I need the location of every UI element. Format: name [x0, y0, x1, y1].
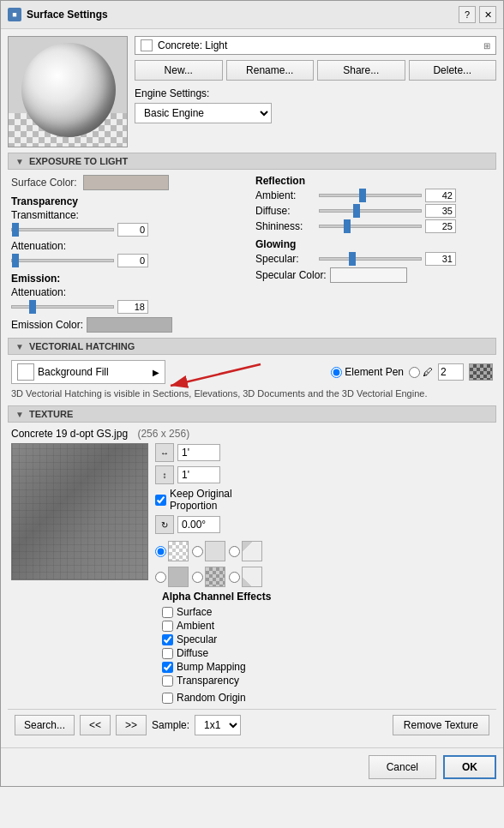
- remove-texture-button[interactable]: Remove Texture: [393, 715, 489, 735]
- ambient-input[interactable]: 42: [425, 189, 456, 202]
- exposure-section-header[interactable]: ▼ EXPOSURE TO LIGHT: [8, 153, 496, 170]
- alpha-transparency-checkbox[interactable]: [162, 675, 173, 687]
- transmittance-slider-row: 0: [11, 223, 249, 237]
- tiling-radio-5[interactable]: [192, 572, 203, 583]
- help-button[interactable]: ?: [459, 6, 476, 23]
- alpha-specular-checkbox[interactable]: [162, 634, 173, 645]
- attenuation-input[interactable]: 0: [117, 254, 148, 267]
- shininess-input[interactable]: 25: [425, 219, 456, 233]
- material-preview: [8, 36, 128, 147]
- attenuation-slider[interactable]: [11, 259, 114, 262]
- element-pen-area: Element Pen 🖊 2: [172, 363, 493, 381]
- element-pen-radio-input[interactable]: [331, 367, 342, 378]
- transparency-label: Transparency: [11, 195, 249, 207]
- hatching-row: Background Fill ▶ Element Pen 🖊 2: [11, 360, 493, 384]
- emission-attenuation-input[interactable]: 18: [117, 300, 148, 314]
- alpha-surface-checkbox[interactable]: [162, 607, 173, 618]
- delete-button[interactable]: Delete...: [409, 60, 497, 81]
- titlebar: ■ Surface Settings ? ✕: [1, 1, 503, 29]
- alpha-surface-label: Surface: [177, 606, 212, 618]
- prev-button[interactable]: <<: [80, 715, 111, 735]
- material-options-icon[interactable]: ⊞: [483, 41, 490, 51]
- tiling-radio-3[interactable]: [229, 546, 240, 557]
- diffuse-row: Diffuse: 35: [255, 204, 493, 218]
- rename-button[interactable]: Rename...: [226, 60, 315, 81]
- dialog-footer: Cancel OK: [1, 747, 503, 786]
- specular-slider[interactable]: [319, 257, 422, 261]
- tiling-radio-6[interactable]: [229, 572, 240, 583]
- new-button[interactable]: New...: [135, 60, 223, 81]
- emission-label: Emission:: [11, 273, 249, 285]
- tiling-option-1[interactable]: [155, 541, 189, 561]
- hatching-color-swatch: [17, 363, 34, 381]
- specular-label: Specular:: [255, 253, 315, 265]
- surface-settings-window: ■ Surface Settings ? ✕ Concrete: Light: [0, 0, 504, 787]
- tiling-icon-4: [168, 567, 189, 587]
- alpha-ambient-label: Ambient: [177, 620, 214, 632]
- random-origin-checkbox[interactable]: [162, 693, 173, 704]
- background-fill-box[interactable]: Background Fill ▶: [11, 360, 165, 384]
- diffuse-input[interactable]: 35: [425, 204, 456, 218]
- hatching-note: 3D Vectorial Hatching is visible in Sect…: [11, 387, 493, 400]
- ok-button[interactable]: OK: [443, 755, 496, 779]
- transmittance-input[interactable]: 0: [117, 223, 148, 237]
- window-title: Surface Settings: [27, 9, 108, 21]
- tiling-option-2[interactable]: [192, 541, 225, 561]
- texture-width-input[interactable]: 1': [177, 444, 220, 461]
- specular-color-row: Specular Color:: [255, 267, 493, 283]
- alpha-diffuse-checkbox[interactable]: [162, 648, 173, 659]
- exposure-left: Surface Color: Transparency Transmittanc…: [11, 175, 249, 333]
- material-name-box[interactable]: Concrete: Light ⊞: [135, 36, 496, 55]
- custom-pen-radio[interactable]: 🖊: [409, 366, 433, 378]
- alpha-ambient-row: Ambient: [162, 620, 493, 632]
- element-pen-radio[interactable]: Element Pen: [331, 366, 404, 378]
- tiling-option-5[interactable]: [192, 567, 225, 587]
- hatching-dropdown-icon[interactable]: ▶: [153, 368, 159, 377]
- alpha-channel-title: Alpha Channel Effects: [162, 591, 493, 603]
- alpha-specular-row: Specular: [162, 633, 493, 645]
- close-button[interactable]: ✕: [479, 6, 496, 23]
- emission-attenuation-slider[interactable]: [11, 305, 114, 309]
- alpha-ambient-checkbox[interactable]: [162, 621, 173, 632]
- tiling-radio-4[interactable]: [155, 572, 166, 583]
- texture-size: (256 x 256): [137, 428, 189, 440]
- surface-color-swatch[interactable]: [83, 175, 169, 190]
- tiling-option-4[interactable]: [155, 567, 189, 587]
- emission-group: Emission: Attenuation: 18 Emission Color…: [11, 273, 249, 333]
- alpha-surface-row: Surface: [162, 606, 493, 618]
- tiling-radio-2[interactable]: [192, 546, 203, 557]
- hatching-section-header[interactable]: ▼ VECTORIAL HATCHING: [8, 338, 496, 355]
- tiling-options: [155, 541, 493, 561]
- share-button[interactable]: Share...: [317, 60, 405, 81]
- keep-proportion-checkbox[interactable]: [155, 495, 166, 506]
- shininess-label: Shininess:: [255, 220, 315, 232]
- specular-color-swatch[interactable]: [330, 267, 407, 283]
- search-button[interactable]: Search...: [15, 715, 75, 735]
- shininess-slider[interactable]: [319, 225, 422, 228]
- specular-input[interactable]: 31: [425, 252, 456, 266]
- texture-height-input[interactable]: 1': [177, 466, 220, 483]
- texture-section-header[interactable]: ▼ TEXTURE: [8, 405, 496, 423]
- glowing-label: Glowing: [255, 238, 493, 250]
- transmittance-slider[interactable]: [11, 228, 114, 231]
- tiling-radio-1[interactable]: [155, 546, 166, 557]
- texture-filename-row: Concrete 19 d-opt GS.jpg (256 x 256): [11, 428, 493, 440]
- sample-select[interactable]: 1x1 2x2 4x4: [195, 715, 241, 735]
- specular-row: Specular: 31: [255, 252, 493, 266]
- pen-number-input[interactable]: 2: [438, 363, 464, 381]
- diffuse-slider[interactable]: [319, 209, 422, 213]
- cancel-button[interactable]: Cancel: [369, 755, 436, 779]
- hatching-collapse-icon: ▼: [15, 342, 24, 351]
- tiling-option-3[interactable]: [229, 541, 262, 561]
- texture-main-row: ↔ 1' ↕ 1' Keep OriginalProportion ↻ 0.00…: [11, 443, 493, 704]
- shininess-row: Shininess: 25: [255, 219, 493, 233]
- next-button[interactable]: >>: [116, 715, 147, 735]
- ambient-slider[interactable]: [319, 194, 422, 197]
- engine-select[interactable]: Basic Engine: [135, 103, 272, 123]
- alpha-bump-checkbox[interactable]: [162, 662, 173, 673]
- custom-pen-radio-input[interactable]: [409, 367, 420, 378]
- rotation-input[interactable]: 0.00°: [177, 516, 220, 533]
- tiling-option-6[interactable]: [229, 567, 262, 587]
- emission-color-swatch[interactable]: [87, 317, 172, 333]
- top-area: Concrete: Light ⊞ New... Rename... Share…: [8, 36, 496, 147]
